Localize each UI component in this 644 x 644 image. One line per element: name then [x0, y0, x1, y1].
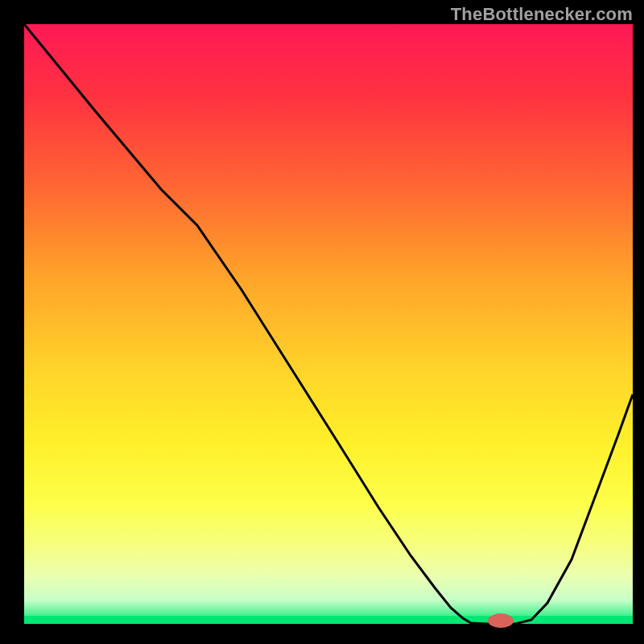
optimal-marker	[488, 613, 514, 628]
chart-svg	[0, 0, 644, 644]
plot-background	[24, 24, 633, 624]
watermark-text: TheBottlenecker.com	[451, 4, 633, 25]
bottleneck-chart	[0, 0, 644, 644]
green-strip	[24, 616, 633, 624]
